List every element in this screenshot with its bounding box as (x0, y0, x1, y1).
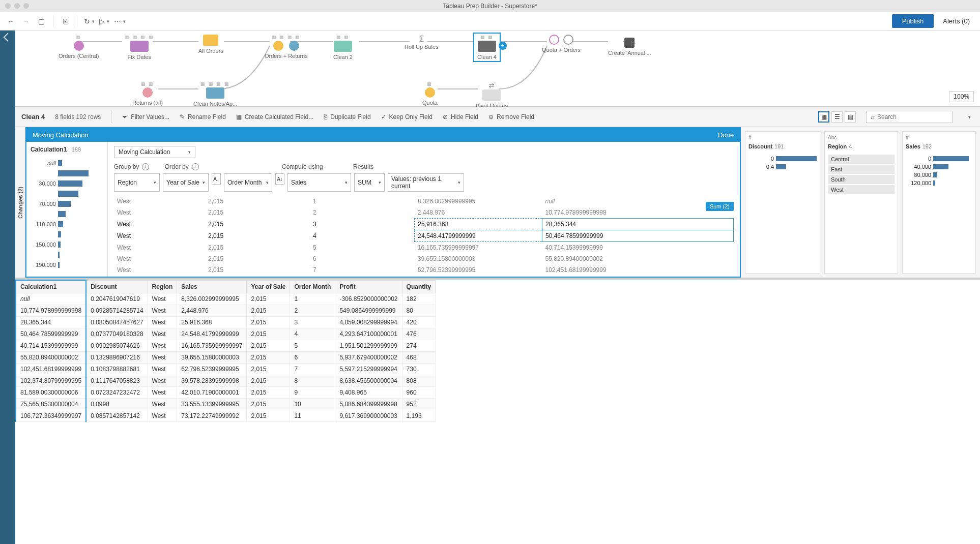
traffic-lights (0, 3, 29, 9)
save-button[interactable]: ▢ (36, 16, 47, 27)
window-title: Tableau Prep Builder - Superstore* (443, 3, 537, 10)
window-titlebar: Tableau Prep Builder - Superstore* (0, 0, 980, 12)
connection-button[interactable]: ⎘ (60, 16, 71, 27)
refresh-button[interactable]: ↻ (83, 16, 95, 27)
settings-button[interactable]: ⋯ (114, 16, 125, 27)
run-button[interactable]: ▷ (99, 16, 110, 27)
main-toolbar: ← → ▢ ⎘ ↻ ▷ ⋯ Publish Alerts (0) (0, 12, 980, 31)
back-button[interactable]: ← (5, 16, 16, 27)
alerts-button[interactable]: Alerts (0) (938, 14, 975, 28)
publish-button[interactable]: Publish (892, 14, 934, 28)
forward-button[interactable]: → (20, 16, 32, 27)
